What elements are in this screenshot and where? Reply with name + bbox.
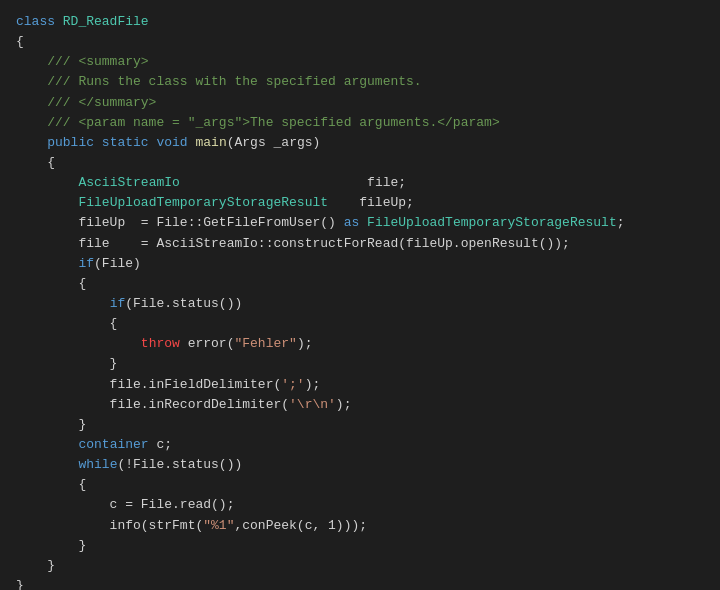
- code-token: [94, 133, 102, 153]
- code-line: /// Runs the class with the specified ar…: [0, 72, 720, 92]
- code-line: }: [0, 536, 720, 556]
- code-line: file.inFieldDelimiter(';');: [0, 375, 720, 395]
- code-line: /// </summary>: [0, 93, 720, 113]
- code-token: {: [16, 153, 55, 173]
- code-token: /// <param name = "_args">The specified …: [16, 113, 500, 133]
- code-token: [16, 254, 78, 274]
- code-token: }: [16, 415, 86, 435]
- code-line: }: [0, 556, 720, 576]
- code-token: file = AsciiStreamIo::constructForRead(f…: [16, 234, 570, 254]
- code-token: as: [344, 213, 360, 233]
- code-line: {: [0, 475, 720, 495]
- code-line: AsciiStreamIo file;: [0, 173, 720, 193]
- code-token: );: [305, 375, 321, 395]
- code-token: /// </summary>: [16, 93, 156, 113]
- code-token: FileUploadTemporaryStorageResult: [78, 193, 328, 213]
- code-line: {: [0, 274, 720, 294]
- code-token: {: [16, 475, 86, 495]
- code-token: }: [16, 556, 55, 576]
- code-token: if: [110, 294, 126, 314]
- code-token: main: [196, 133, 227, 153]
- code-token: [16, 455, 78, 475]
- code-token: c;: [149, 435, 172, 455]
- code-token: RD_ReadFile: [63, 12, 149, 32]
- code-line: /// <summary>: [0, 52, 720, 72]
- code-token: [16, 334, 141, 354]
- code-line: throw error("Fehler");: [0, 334, 720, 354]
- code-line: c = File.read();: [0, 495, 720, 515]
- code-token: fileUp = File::GetFileFromUser(): [16, 213, 344, 233]
- code-line: class RD_ReadFile: [0, 12, 720, 32]
- code-token: fileUp;: [328, 193, 414, 213]
- code-token: file.inFieldDelimiter(: [16, 375, 281, 395]
- code-token: "%1": [203, 516, 234, 536]
- code-token: {: [16, 274, 86, 294]
- code-token: FileUploadTemporaryStorageResult: [367, 213, 617, 233]
- code-token: [16, 435, 78, 455]
- code-token: AsciiStreamIo: [78, 173, 179, 193]
- code-token: void: [156, 133, 187, 153]
- code-token: file;: [180, 173, 406, 193]
- code-token: (!File.status()): [117, 455, 242, 475]
- code-token: error(: [180, 334, 235, 354]
- code-token: }: [16, 576, 24, 590]
- code-line: file.inRecordDelimiter('\r\n');: [0, 395, 720, 415]
- code-editor: class RD_ReadFile{ /// <summary> /// Run…: [0, 0, 720, 590]
- code-token: '\r\n': [289, 395, 336, 415]
- code-token: info(strFmt(: [16, 516, 203, 536]
- code-token: "Fehler": [234, 334, 296, 354]
- code-token: file.inRecordDelimiter(: [16, 395, 289, 415]
- code-token: /// <summary>: [16, 52, 149, 72]
- code-line: }: [0, 354, 720, 374]
- code-token: [16, 133, 47, 153]
- code-token: static: [102, 133, 149, 153]
- code-token: c = File.read();: [16, 495, 234, 515]
- code-token: ;: [617, 213, 625, 233]
- code-token: while: [78, 455, 117, 475]
- code-token: /// Runs the class with the specified ar…: [16, 72, 422, 92]
- code-token: [149, 133, 157, 153]
- code-token: (File.status()): [125, 294, 242, 314]
- code-token: [16, 294, 110, 314]
- code-token: [188, 133, 196, 153]
- code-line: }: [0, 415, 720, 435]
- code-line: FileUploadTemporaryStorageResult fileUp;: [0, 193, 720, 213]
- code-line: container c;: [0, 435, 720, 455]
- code-token: );: [336, 395, 352, 415]
- code-token: ';': [281, 375, 304, 395]
- code-line: {: [0, 32, 720, 52]
- code-line: /// <param name = "_args">The specified …: [0, 113, 720, 133]
- code-token: {: [16, 314, 117, 334]
- code-token: {: [16, 32, 24, 52]
- code-line: public static void main(Args _args): [0, 133, 720, 153]
- code-line: if(File): [0, 254, 720, 274]
- code-token: [16, 173, 78, 193]
- code-token: }: [16, 536, 86, 556]
- code-line: info(strFmt("%1",conPeek(c, 1)));: [0, 516, 720, 536]
- code-line: while(!File.status()): [0, 455, 720, 475]
- code-token: public: [47, 133, 94, 153]
- code-token: ,conPeek(c, 1)));: [234, 516, 367, 536]
- code-token: [16, 193, 78, 213]
- code-line: fileUp = File::GetFileFromUser() as File…: [0, 213, 720, 233]
- code-token: [359, 213, 367, 233]
- code-token: }: [16, 354, 117, 374]
- code-token: (Args _args): [227, 133, 321, 153]
- code-token: );: [297, 334, 313, 354]
- code-token: (File): [94, 254, 141, 274]
- code-token: if: [78, 254, 94, 274]
- code-line: {: [0, 314, 720, 334]
- code-line: if(File.status()): [0, 294, 720, 314]
- code-token: class: [16, 12, 63, 32]
- code-token: container: [78, 435, 148, 455]
- code-line: }: [0, 576, 720, 590]
- code-token: throw: [141, 334, 180, 354]
- code-line: file = AsciiStreamIo::constructForRead(f…: [0, 234, 720, 254]
- code-line: {: [0, 153, 720, 173]
